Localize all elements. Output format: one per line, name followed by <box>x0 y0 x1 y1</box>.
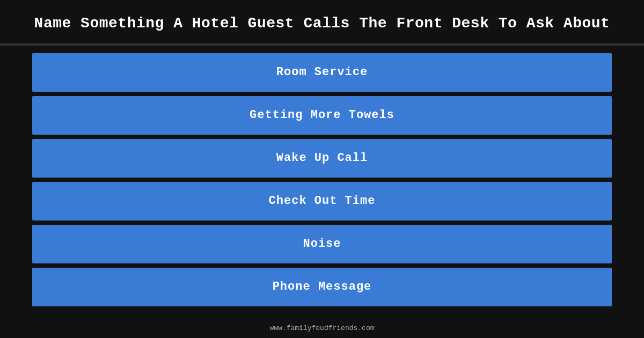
answer-text-2: Getting More Towels <box>250 108 394 122</box>
answer-row-4: Check Out Time <box>32 182 612 221</box>
answer-row-2: Getting More Towels <box>32 96 612 135</box>
answer-row-6: Phone Message <box>32 268 612 306</box>
answer-text-1: Room Service <box>276 65 368 79</box>
title-area: Name Something A Hotel Guest Calls The F… <box>0 0 644 43</box>
footer: www.familyfeudfriends.com <box>0 319 644 338</box>
answer-text-6: Phone Message <box>273 280 372 293</box>
answer-text-4: Check Out Time <box>269 194 376 208</box>
answer-row-5: Noise <box>32 225 612 263</box>
footer-url: www.familyfeudfriends.com <box>269 324 374 332</box>
answer-row-1: Room Service <box>32 53 612 92</box>
answer-text-3: Wake Up Call <box>276 151 368 165</box>
answer-text-5: Noise <box>303 237 341 251</box>
question-title: Name Something A Hotel Guest Calls The F… <box>34 15 610 32</box>
answer-row-3: Wake Up Call <box>32 139 612 178</box>
answers-container: Room Service Getting More Towels Wake Up… <box>0 46 644 319</box>
page-wrapper: Name Something A Hotel Guest Calls The F… <box>0 0 644 338</box>
